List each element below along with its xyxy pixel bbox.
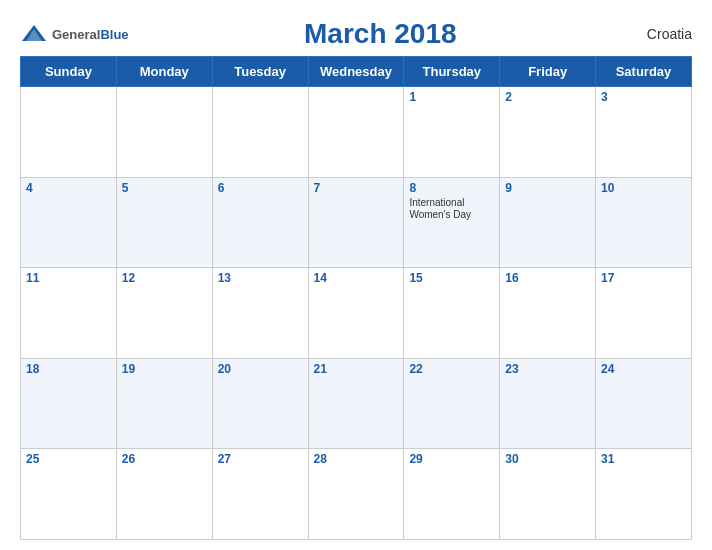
calendar-cell: 15 [404,268,500,359]
calendar-week-row: 18192021222324 [21,358,692,449]
calendar-header: GeneralBlue March 2018 Croatia [20,10,692,56]
calendar-cell: 3 [596,87,692,178]
calendar-cell: 1 [404,87,500,178]
weekday-header-sunday: Sunday [21,57,117,87]
calendar-cell: 31 [596,449,692,540]
calendar-cell: 8International Women's Day [404,177,500,268]
day-number: 18 [26,362,111,376]
weekday-header-saturday: Saturday [596,57,692,87]
day-number: 6 [218,181,303,195]
calendar-week-row: 11121314151617 [21,268,692,359]
event-label: International Women's Day [409,197,494,221]
day-number: 8 [409,181,494,195]
day-number: 14 [314,271,399,285]
calendar-cell [212,87,308,178]
day-number: 25 [26,452,111,466]
day-number: 4 [26,181,111,195]
calendar-cell: 2 [500,87,596,178]
day-number: 22 [409,362,494,376]
calendar-cell: 6 [212,177,308,268]
day-number: 10 [601,181,686,195]
day-number: 31 [601,452,686,466]
calendar-table: SundayMondayTuesdayWednesdayThursdayFrid… [20,56,692,540]
calendar-cell [21,87,117,178]
day-number: 30 [505,452,590,466]
day-number: 3 [601,90,686,104]
day-number: 11 [26,271,111,285]
calendar-title: March 2018 [129,18,632,50]
calendar-cell: 26 [116,449,212,540]
day-number: 13 [218,271,303,285]
logo-icon [20,23,48,45]
day-number: 9 [505,181,590,195]
calendar-cell: 11 [21,268,117,359]
weekday-header-thursday: Thursday [404,57,500,87]
calendar-cell: 30 [500,449,596,540]
calendar-cell: 25 [21,449,117,540]
weekday-header-wednesday: Wednesday [308,57,404,87]
day-number: 16 [505,271,590,285]
day-number: 27 [218,452,303,466]
day-number: 1 [409,90,494,104]
calendar-cell: 19 [116,358,212,449]
calendar-cell: 17 [596,268,692,359]
calendar-cell: 4 [21,177,117,268]
calendar-cell: 18 [21,358,117,449]
calendar-week-row: 45678International Women's Day910 [21,177,692,268]
day-number: 19 [122,362,207,376]
day-number: 2 [505,90,590,104]
day-number: 23 [505,362,590,376]
weekday-header-row: SundayMondayTuesdayWednesdayThursdayFrid… [21,57,692,87]
day-number: 26 [122,452,207,466]
calendar-cell: 29 [404,449,500,540]
calendar-cell: 20 [212,358,308,449]
calendar-cell: 7 [308,177,404,268]
calendar-cell: 23 [500,358,596,449]
calendar-cell: 9 [500,177,596,268]
day-number: 5 [122,181,207,195]
calendar-cell [116,87,212,178]
day-number: 24 [601,362,686,376]
calendar-cell: 5 [116,177,212,268]
calendar-cell: 12 [116,268,212,359]
day-number: 28 [314,452,399,466]
day-number: 21 [314,362,399,376]
calendar-cell: 16 [500,268,596,359]
calendar-week-row: 123 [21,87,692,178]
calendar-cell: 14 [308,268,404,359]
calendar-cell [308,87,404,178]
calendar-cell: 27 [212,449,308,540]
day-number: 17 [601,271,686,285]
day-number: 7 [314,181,399,195]
weekday-header-monday: Monday [116,57,212,87]
logo: GeneralBlue [20,23,129,45]
calendar-cell: 28 [308,449,404,540]
day-number: 15 [409,271,494,285]
calendar-cell: 22 [404,358,500,449]
day-number: 12 [122,271,207,285]
day-number: 20 [218,362,303,376]
country-label: Croatia [632,26,692,42]
calendar-cell: 13 [212,268,308,359]
calendar-cell: 24 [596,358,692,449]
calendar-cell: 21 [308,358,404,449]
calendar-week-row: 25262728293031 [21,449,692,540]
calendar-cell: 10 [596,177,692,268]
weekday-header-friday: Friday [500,57,596,87]
logo-text: GeneralBlue [52,25,129,43]
weekday-header-tuesday: Tuesday [212,57,308,87]
day-number: 29 [409,452,494,466]
